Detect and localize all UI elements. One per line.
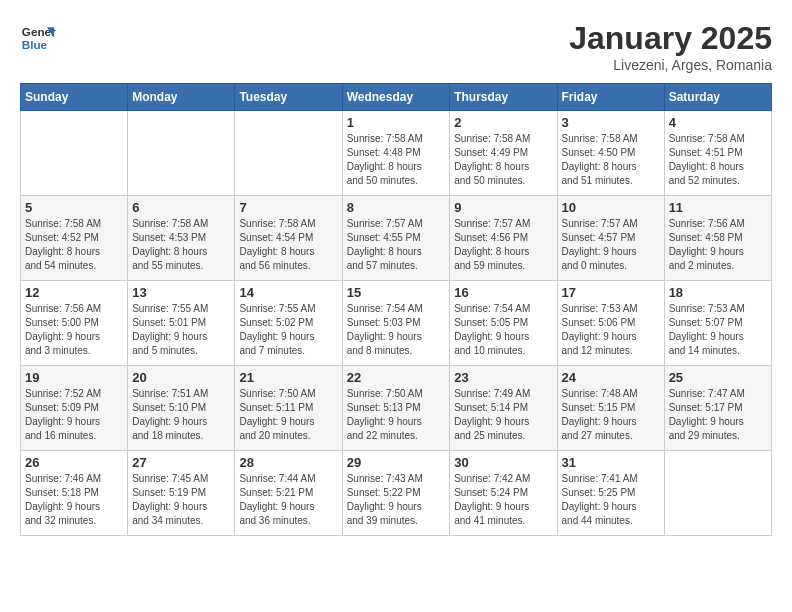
day-number: 27 (132, 455, 230, 470)
day-info: Sunrise: 7:44 AM Sunset: 5:21 PM Dayligh… (239, 472, 337, 528)
calendar-table: SundayMondayTuesdayWednesdayThursdayFrid… (20, 83, 772, 536)
header-row: SundayMondayTuesdayWednesdayThursdayFrid… (21, 84, 772, 111)
day-number: 22 (347, 370, 446, 385)
day-cell-1: 1Sunrise: 7:58 AM Sunset: 4:48 PM Daylig… (342, 111, 450, 196)
subtitle: Livezeni, Arges, Romania (569, 57, 772, 73)
week-row-2: 5Sunrise: 7:58 AM Sunset: 4:52 PM Daylig… (21, 196, 772, 281)
day-info: Sunrise: 7:43 AM Sunset: 5:22 PM Dayligh… (347, 472, 446, 528)
day-number: 1 (347, 115, 446, 130)
day-number: 14 (239, 285, 337, 300)
day-cell-29: 29Sunrise: 7:43 AM Sunset: 5:22 PM Dayli… (342, 451, 450, 536)
day-cell-13: 13Sunrise: 7:55 AM Sunset: 5:01 PM Dayli… (128, 281, 235, 366)
day-number: 25 (669, 370, 767, 385)
column-header-thursday: Thursday (450, 84, 557, 111)
day-info: Sunrise: 7:49 AM Sunset: 5:14 PM Dayligh… (454, 387, 552, 443)
day-info: Sunrise: 7:58 AM Sunset: 4:54 PM Dayligh… (239, 217, 337, 273)
day-cell-4: 4Sunrise: 7:58 AM Sunset: 4:51 PM Daylig… (664, 111, 771, 196)
day-cell-28: 28Sunrise: 7:44 AM Sunset: 5:21 PM Dayli… (235, 451, 342, 536)
logo-icon: General Blue (20, 20, 56, 56)
day-cell-22: 22Sunrise: 7:50 AM Sunset: 5:13 PM Dayli… (342, 366, 450, 451)
day-number: 23 (454, 370, 552, 385)
day-number: 28 (239, 455, 337, 470)
day-cell-11: 11Sunrise: 7:56 AM Sunset: 4:58 PM Dayli… (664, 196, 771, 281)
day-number: 4 (669, 115, 767, 130)
day-info: Sunrise: 7:50 AM Sunset: 5:13 PM Dayligh… (347, 387, 446, 443)
day-cell-7: 7Sunrise: 7:58 AM Sunset: 4:54 PM Daylig… (235, 196, 342, 281)
day-number: 8 (347, 200, 446, 215)
day-cell-31: 31Sunrise: 7:41 AM Sunset: 5:25 PM Dayli… (557, 451, 664, 536)
empty-cell (128, 111, 235, 196)
svg-text:Blue: Blue (22, 38, 48, 51)
day-number: 18 (669, 285, 767, 300)
title-area: January 2025 Livezeni, Arges, Romania (569, 20, 772, 73)
day-cell-5: 5Sunrise: 7:58 AM Sunset: 4:52 PM Daylig… (21, 196, 128, 281)
column-header-wednesday: Wednesday (342, 84, 450, 111)
day-info: Sunrise: 7:54 AM Sunset: 5:03 PM Dayligh… (347, 302, 446, 358)
day-info: Sunrise: 7:45 AM Sunset: 5:19 PM Dayligh… (132, 472, 230, 528)
month-title: January 2025 (569, 20, 772, 57)
day-info: Sunrise: 7:58 AM Sunset: 4:48 PM Dayligh… (347, 132, 446, 188)
day-info: Sunrise: 7:50 AM Sunset: 5:11 PM Dayligh… (239, 387, 337, 443)
day-info: Sunrise: 7:57 AM Sunset: 4:57 PM Dayligh… (562, 217, 660, 273)
day-number: 16 (454, 285, 552, 300)
logo: General Blue (20, 20, 56, 56)
empty-cell (21, 111, 128, 196)
day-number: 5 (25, 200, 123, 215)
day-cell-15: 15Sunrise: 7:54 AM Sunset: 5:03 PM Dayli… (342, 281, 450, 366)
day-number: 17 (562, 285, 660, 300)
day-cell-8: 8Sunrise: 7:57 AM Sunset: 4:55 PM Daylig… (342, 196, 450, 281)
day-number: 13 (132, 285, 230, 300)
day-number: 20 (132, 370, 230, 385)
day-info: Sunrise: 7:52 AM Sunset: 5:09 PM Dayligh… (25, 387, 123, 443)
day-info: Sunrise: 7:53 AM Sunset: 5:07 PM Dayligh… (669, 302, 767, 358)
day-number: 11 (669, 200, 767, 215)
day-number: 10 (562, 200, 660, 215)
column-header-friday: Friday (557, 84, 664, 111)
day-number: 24 (562, 370, 660, 385)
week-row-4: 19Sunrise: 7:52 AM Sunset: 5:09 PM Dayli… (21, 366, 772, 451)
day-info: Sunrise: 7:48 AM Sunset: 5:15 PM Dayligh… (562, 387, 660, 443)
empty-cell (664, 451, 771, 536)
day-number: 12 (25, 285, 123, 300)
day-info: Sunrise: 7:57 AM Sunset: 4:55 PM Dayligh… (347, 217, 446, 273)
day-number: 29 (347, 455, 446, 470)
day-info: Sunrise: 7:58 AM Sunset: 4:50 PM Dayligh… (562, 132, 660, 188)
day-info: Sunrise: 7:42 AM Sunset: 5:24 PM Dayligh… (454, 472, 552, 528)
day-cell-24: 24Sunrise: 7:48 AM Sunset: 5:15 PM Dayli… (557, 366, 664, 451)
day-number: 3 (562, 115, 660, 130)
header: General Blue January 2025 Livezeni, Arge… (20, 20, 772, 73)
week-row-5: 26Sunrise: 7:46 AM Sunset: 5:18 PM Dayli… (21, 451, 772, 536)
day-cell-21: 21Sunrise: 7:50 AM Sunset: 5:11 PM Dayli… (235, 366, 342, 451)
day-info: Sunrise: 7:58 AM Sunset: 4:51 PM Dayligh… (669, 132, 767, 188)
day-number: 26 (25, 455, 123, 470)
day-number: 9 (454, 200, 552, 215)
day-cell-25: 25Sunrise: 7:47 AM Sunset: 5:17 PM Dayli… (664, 366, 771, 451)
day-number: 30 (454, 455, 552, 470)
day-cell-9: 9Sunrise: 7:57 AM Sunset: 4:56 PM Daylig… (450, 196, 557, 281)
week-row-3: 12Sunrise: 7:56 AM Sunset: 5:00 PM Dayli… (21, 281, 772, 366)
column-header-tuesday: Tuesday (235, 84, 342, 111)
day-info: Sunrise: 7:56 AM Sunset: 5:00 PM Dayligh… (25, 302, 123, 358)
day-cell-6: 6Sunrise: 7:58 AM Sunset: 4:53 PM Daylig… (128, 196, 235, 281)
day-info: Sunrise: 7:54 AM Sunset: 5:05 PM Dayligh… (454, 302, 552, 358)
day-cell-23: 23Sunrise: 7:49 AM Sunset: 5:14 PM Dayli… (450, 366, 557, 451)
day-cell-30: 30Sunrise: 7:42 AM Sunset: 5:24 PM Dayli… (450, 451, 557, 536)
day-cell-10: 10Sunrise: 7:57 AM Sunset: 4:57 PM Dayli… (557, 196, 664, 281)
column-header-monday: Monday (128, 84, 235, 111)
day-cell-16: 16Sunrise: 7:54 AM Sunset: 5:05 PM Dayli… (450, 281, 557, 366)
day-number: 19 (25, 370, 123, 385)
day-info: Sunrise: 7:58 AM Sunset: 4:52 PM Dayligh… (25, 217, 123, 273)
day-number: 7 (239, 200, 337, 215)
day-info: Sunrise: 7:55 AM Sunset: 5:02 PM Dayligh… (239, 302, 337, 358)
week-row-1: 1Sunrise: 7:58 AM Sunset: 4:48 PM Daylig… (21, 111, 772, 196)
day-cell-3: 3Sunrise: 7:58 AM Sunset: 4:50 PM Daylig… (557, 111, 664, 196)
day-info: Sunrise: 7:53 AM Sunset: 5:06 PM Dayligh… (562, 302, 660, 358)
day-cell-2: 2Sunrise: 7:58 AM Sunset: 4:49 PM Daylig… (450, 111, 557, 196)
day-info: Sunrise: 7:57 AM Sunset: 4:56 PM Dayligh… (454, 217, 552, 273)
day-info: Sunrise: 7:55 AM Sunset: 5:01 PM Dayligh… (132, 302, 230, 358)
day-info: Sunrise: 7:41 AM Sunset: 5:25 PM Dayligh… (562, 472, 660, 528)
day-cell-27: 27Sunrise: 7:45 AM Sunset: 5:19 PM Dayli… (128, 451, 235, 536)
day-number: 2 (454, 115, 552, 130)
day-cell-17: 17Sunrise: 7:53 AM Sunset: 5:06 PM Dayli… (557, 281, 664, 366)
day-info: Sunrise: 7:56 AM Sunset: 4:58 PM Dayligh… (669, 217, 767, 273)
